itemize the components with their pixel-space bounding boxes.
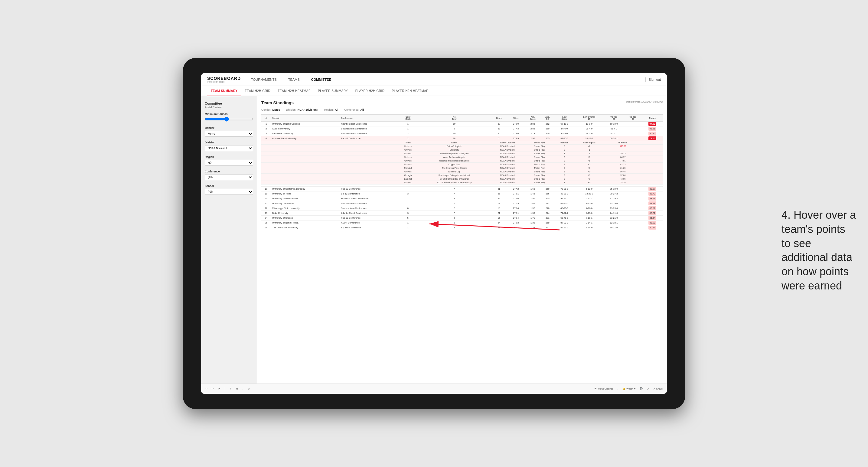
expanded-data-row: Univers National Invitational Tournament… <box>261 159 663 163</box>
table-row[interactable]: 20 University of New Mexico Mountain Wes… <box>261 196 663 201</box>
tablet-screen: SCOREBOARD Powered by clippd TOURNAMENTS… <box>201 73 667 394</box>
undo-button[interactable]: ↩ <box>205 387 208 390</box>
gender-select[interactable]: Men's <box>205 131 253 137</box>
expand-button[interactable]: ⤢ <box>647 387 649 390</box>
filter-gender-value: Men's <box>273 108 280 111</box>
col-conference: Conference <box>340 115 398 122</box>
division-select[interactable]: NCAA Division I <box>205 145 253 151</box>
tab-team-h2h-heatmap[interactable]: TEAM H2H HEATMAP <box>274 86 314 96</box>
points-badge: 79.50 <box>648 136 657 141</box>
redo-button[interactable]: ↪ <box>212 387 214 390</box>
standings-table: # School Conference ConfRank NoTour Bnds… <box>261 114 663 230</box>
watch-icon: 🔔 <box>622 387 625 390</box>
filter-conference: Conference: All <box>344 108 364 111</box>
tab-player-h2h-grid[interactable]: PLAYER H2H GRID <box>352 86 388 96</box>
main-content: Committee Portal Review Minimum Rounds G… <box>201 96 667 383</box>
expanded-data-row: Univers Copper Cup NCAA Division I Match… <box>261 163 663 166</box>
expanded-data-row: Georgia Ben Hogan Collegiate Invitationa… <box>261 174 663 177</box>
conference-select[interactable]: (All) <box>205 174 253 180</box>
col-bnds: Bnds <box>491 115 507 122</box>
col-wins: Wins <box>507 115 525 122</box>
tab-team-h2h-grid[interactable]: TEAM H2H GRID <box>241 86 274 96</box>
expanded-data-row: Univers Amer An Intercollegiate NCAA Div… <box>261 155 663 159</box>
top-navigation: SCOREBOARD Powered by clippd TOURNAMENTS… <box>201 73 667 86</box>
share-label: Share <box>656 387 663 390</box>
sign-out-button[interactable]: Sign out <box>649 78 661 81</box>
expanded-data-row: Florida I The Cypress Point Classic NCAA… <box>261 166 663 170</box>
points-badge: 97.02 <box>648 122 657 126</box>
sidebar-label-division: Division <box>205 141 253 144</box>
filter-conference-label: Conference: <box>344 108 359 111</box>
sidebar-section-school: School (All) <box>205 185 253 195</box>
col-avg-sg: Avg.SG <box>541 115 554 122</box>
tab-team-summary[interactable]: TEAM SUMMARY <box>207 86 241 96</box>
col-conf-rank: ConfRank <box>398 115 418 122</box>
copy-button[interactable]: ⧉ <box>236 387 238 391</box>
sidebar-section-region: Region N/A <box>205 155 253 166</box>
expanded-data-row: Univers Cater Collegiate NCAA Division I… <box>261 145 663 148</box>
timer-button[interactable]: ⏱ <box>248 387 250 390</box>
filter-division-label: Division: <box>286 108 297 111</box>
points-badge: 93.31 <box>648 127 657 131</box>
share-button[interactable]: ↗ Share <box>653 387 663 390</box>
logo-sub: Powered by clippd <box>207 81 241 83</box>
filter-conference-value: All <box>360 108 364 111</box>
table-row[interactable]: 4 Arizona State University Pac-12 Confer… <box>261 136 663 141</box>
conference-cell: Atlantic Coast Conference <box>340 122 398 126</box>
view-label: View: Original <box>598 387 613 390</box>
school-cell: University of North Carolina <box>271 122 340 126</box>
col-school: School <box>271 115 340 122</box>
filter-region-value: All <box>335 108 338 111</box>
nav-items: TOURNAMENTS TEAMS COMMITTEE <box>250 73 642 86</box>
refresh-button[interactable]: ⟳ <box>218 387 220 390</box>
filter-region-label: Region: <box>324 108 334 111</box>
view-original-button[interactable]: 👁 View: Original <box>595 387 613 390</box>
points-badge: 90.20 <box>648 131 657 135</box>
school-select[interactable]: (All) <box>205 189 253 195</box>
annotation-text: 4. Hover over a team's points to see add… <box>781 208 856 293</box>
expanded-data-row: Univers University NCAA Division I Strok… <box>261 148 663 152</box>
bottom-toolbar: ↩ ↪ ⟳ | ⬇ ⧉ · ⏱ 👁 View: Original · 🔔 Wat… <box>201 383 667 394</box>
nav-committee[interactable]: COMMITTEE <box>310 73 332 86</box>
table-row[interactable]: 25 University of North Florida ASUN Conf… <box>261 220 663 225</box>
table-row[interactable]: 18 University of California, Berkeley Pa… <box>261 187 663 191</box>
region-select[interactable]: N/A <box>205 160 253 166</box>
report-area: Team Standings Update time: 13/03/2024 1… <box>257 96 667 383</box>
sidebar: Committee Portal Review Minimum Rounds G… <box>201 96 257 383</box>
sidebar-label-region: Region <box>205 155 253 158</box>
filter-gender: Gender: Men's <box>261 108 280 111</box>
update-time: Update time: 13/03/2024 10:03:42 <box>626 100 663 103</box>
report-header: Team Standings Update time: 13/03/2024 1… <box>261 100 663 105</box>
col-low-overall: Low Overall25 <box>575 115 604 122</box>
table-row[interactable]: 21 University of Alabama Southeastern Co… <box>261 201 663 206</box>
watch-button[interactable]: 🔔 Watch ▾ <box>622 387 635 390</box>
table-row[interactable]: 3 Vanderbilt University Southeastern Con… <box>261 131 663 136</box>
sidebar-title: Committee <box>205 102 253 105</box>
col-no-tour: NoTour <box>418 115 491 122</box>
table-row[interactable]: 1 University of North Carolina Atlantic … <box>261 122 663 126</box>
table-row[interactable]: 23 Duke University Atlantic Coast Confer… <box>261 211 663 216</box>
tab-player-h2h-heatmap[interactable]: PLAYER H2H HEATMAP <box>388 86 432 96</box>
filter-division: Division: NCAA Division I <box>286 108 318 111</box>
comment-button[interactable]: 💬 <box>640 387 643 390</box>
download-button[interactable]: ⬇ <box>230 387 232 390</box>
table-row[interactable]: 26 The Ohio State University Big Ten Con… <box>261 225 663 230</box>
table-row[interactable]: 2 Auburn University Southeastern Confere… <box>261 126 663 131</box>
col-vs-top25: Vs Top25 <box>604 115 624 122</box>
table-header-row: # School Conference ConfRank NoTour Bnds… <box>261 115 663 122</box>
update-time-value: 13/03/2024 10:03:42 <box>641 100 663 103</box>
sidebar-subtitle: Portal Review <box>205 106 253 109</box>
tablet-device: SCOREBOARD Powered by clippd TOURNAMENTS… <box>183 58 685 409</box>
filter-row: Gender: Men's Division: NCAA Division I … <box>261 108 663 111</box>
table-row[interactable]: 24 University of Oregon Pac-12 Conferenc… <box>261 216 663 220</box>
table-row <box>261 185 663 187</box>
sub-navigation: TEAM SUMMARY TEAM H2H GRID TEAM H2H HEAT… <box>201 86 667 96</box>
nav-teams[interactable]: TEAMS <box>287 73 301 86</box>
nav-tournaments[interactable]: TOURNAMENTS <box>250 73 278 86</box>
sidebar-label-gender: Gender <box>205 126 253 129</box>
min-rounds-slider[interactable] <box>205 117 253 122</box>
tab-player-summary[interactable]: PLAYER SUMMARY <box>314 86 351 96</box>
table-row[interactable]: 22 Mississippi State University Southeas… <box>261 206 663 211</box>
table-row[interactable]: 19 University of Texas Big 12 Conference… <box>261 191 663 196</box>
sidebar-label-min-rounds: Minimum Rounds <box>205 113 253 116</box>
